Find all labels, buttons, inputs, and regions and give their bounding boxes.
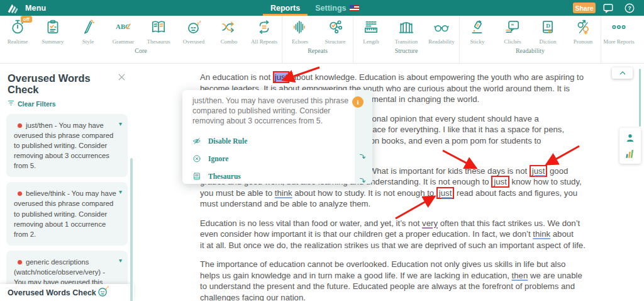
sidebar-footer[interactable]: Overused Words Check zz bbox=[0, 284, 134, 301]
svg-text:z: z bbox=[107, 285, 109, 288]
overused-word-mark[interactable]: very bbox=[422, 219, 438, 228]
toolbar-group: $Sticky”ClichésDDictionPronounReadabilit… bbox=[459, 16, 601, 63]
tab-settings[interactable]: Settings bbox=[308, 0, 366, 16]
document-area[interactable]: An education is not just about knowledge… bbox=[134, 64, 644, 301]
toolbar-item-diction[interactable]: DDiction bbox=[530, 16, 565, 45]
more-reports-icon bbox=[601, 19, 636, 38]
summary-icon bbox=[35, 19, 70, 38]
toolbar-item-style[interactable]: Style bbox=[70, 16, 106, 45]
red-dot-icon bbox=[18, 191, 22, 196]
toolbar-item-cliches[interactable]: ”Clichés bbox=[495, 16, 530, 45]
text-run: about how to study. It is not enough to bbox=[292, 188, 436, 198]
chevron-down-icon[interactable]: ▾ bbox=[119, 188, 122, 196]
us-flag-icon bbox=[350, 5, 359, 11]
eye-off-icon bbox=[192, 137, 201, 145]
overused-face-icon: zz bbox=[96, 285, 109, 300]
toolbar-group: EchoesStructureRepeats bbox=[282, 16, 353, 63]
side-icon-panel bbox=[619, 128, 641, 164]
chevron-down-icon[interactable]: ▾ bbox=[119, 120, 122, 128]
prowritingaid-logo[interactable] bbox=[6, 2, 20, 14]
disable-rule-button[interactable]: Disable Rule bbox=[192, 132, 351, 150]
issue-card-text: believe/think - You may have overused th… bbox=[14, 190, 116, 237]
overused-word-mark[interactable]: think bbox=[533, 229, 550, 239]
red-dot-icon bbox=[18, 123, 22, 128]
sidebar-title: Overused Words Check bbox=[8, 72, 117, 95]
diction-icon: D bbox=[530, 19, 565, 38]
user-icon[interactable] bbox=[619, 131, 641, 145]
toolbar-item-label: Echoes bbox=[282, 38, 318, 45]
text-run: Education is no less vital than food or … bbox=[200, 219, 422, 228]
help-icon[interactable]: ? bbox=[624, 3, 635, 13]
sidebar-scrollbar[interactable] bbox=[130, 158, 133, 301]
popup-text: just/then. You may have overused this ph… bbox=[192, 96, 351, 127]
share-button[interactable]: Share bbox=[573, 3, 596, 13]
overused-issue-card[interactable]: believe/think - You may have overused th… bbox=[6, 182, 128, 245]
overused-word-mark[interactable]: think bbox=[275, 188, 292, 198]
structure-icon bbox=[318, 19, 353, 38]
chat-icon[interactable] bbox=[602, 3, 614, 13]
top-bar: Menu ReportsSettings Share ? bbox=[0, 0, 644, 16]
toolbar-item-label: More Reports bbox=[601, 38, 636, 45]
menu-button[interactable]: Menu bbox=[25, 4, 46, 13]
toolbar-group: RealtimeoffSummaryStyleABCGrammarThesaur… bbox=[0, 16, 282, 63]
paragraph[interactable]: Education is no less vital than food or … bbox=[200, 218, 586, 251]
overused-issue-card[interactable]: just/then - You may have overused this p… bbox=[6, 114, 128, 177]
redo-arrow-icon[interactable] bbox=[359, 176, 368, 185]
toolbar-item-summary[interactable]: Summary bbox=[35, 16, 70, 45]
ignore-button[interactable]: Ignore bbox=[192, 150, 351, 168]
toolbar-item-label: Structure bbox=[318, 38, 353, 45]
close-icon[interactable] bbox=[117, 72, 126, 82]
toolbar-item-structure[interactable]: Structure bbox=[318, 16, 353, 45]
toolbar-item-pronoun[interactable]: Pronoun bbox=[565, 16, 601, 45]
toolbar-item-realtime[interactable]: Realtimeoff bbox=[0, 16, 35, 45]
all-repeats-icon bbox=[247, 19, 282, 38]
toolbar-item-label: Style bbox=[70, 38, 106, 45]
clear-filters-button[interactable]: Clear Filters bbox=[0, 96, 134, 114]
overused-word-mark[interactable]: just bbox=[491, 176, 509, 188]
toolbar-item-grammar[interactable]: ABCGrammar bbox=[106, 16, 141, 45]
thesaurus-button[interactable]: Thesaurus bbox=[192, 168, 351, 185]
toolbar-item-transition[interactable]: Transition bbox=[389, 16, 424, 45]
off-badge: off bbox=[21, 16, 32, 23]
toolbar-item-length[interactable]: Length bbox=[353, 16, 389, 45]
overused-word-mark[interactable]: just bbox=[530, 165, 548, 177]
overused-word-mark[interactable]: just bbox=[436, 187, 455, 199]
toolbar-group-label: Structure bbox=[353, 47, 459, 54]
overused-word-mark[interactable]: then bbox=[512, 271, 528, 280]
toolbar-item-readability[interactable]: Readability bbox=[424, 16, 459, 45]
popup-action-label: Disable Rule bbox=[208, 137, 247, 145]
overused-word-mark[interactable]: just bbox=[273, 71, 290, 83]
toolbar-item-overused[interactable]: zzOverused bbox=[176, 16, 211, 45]
chevron-down-icon[interactable]: ▾ bbox=[119, 256, 122, 265]
document-scrollbar[interactable] bbox=[639, 69, 641, 127]
tab-reports[interactable]: Reports bbox=[263, 0, 308, 16]
reports-toolbar: RealtimeoffSummaryStyleABCGrammarThesaur… bbox=[0, 16, 644, 64]
transition-icon bbox=[389, 19, 424, 38]
toolbar-item-sticky[interactable]: $Sticky bbox=[460, 16, 495, 45]
sticky-icon: $ bbox=[460, 19, 495, 38]
toolbar-item-label: Realtime bbox=[0, 38, 35, 45]
length-icon bbox=[353, 19, 389, 38]
redo-arrow-icon[interactable] bbox=[359, 152, 368, 161]
toolbar-item-all-repeats[interactable]: All Repeats bbox=[247, 16, 282, 45]
svg-text:z: z bbox=[199, 20, 201, 23]
toolbar-item-label: All Repeats bbox=[247, 38, 282, 45]
info-icon[interactable]: i bbox=[352, 96, 364, 108]
toolbar-item-more-reports[interactable]: More Reports bbox=[601, 16, 636, 45]
toolbar-item-label: Thesaurus bbox=[141, 38, 176, 45]
toolbar-item-label: Summary bbox=[35, 38, 70, 45]
scroll-to-top-button[interactable] bbox=[612, 67, 633, 79]
text-run: The importance of education cannot be ov… bbox=[200, 259, 565, 280]
toolbar-item-thesaurus[interactable]: Thesaurus bbox=[141, 16, 176, 45]
paragraph[interactable]: The importance of education cannot be ov… bbox=[200, 259, 586, 301]
red-dot-icon bbox=[18, 260, 22, 264]
svg-text:?: ? bbox=[628, 6, 631, 11]
toolbar-item-label: Sticky bbox=[460, 38, 495, 45]
toolbar-item-echoes[interactable]: Echoes bbox=[282, 16, 318, 45]
toolbar-group-label: Readability bbox=[460, 47, 601, 54]
toolbar-group: LengthTransitionReadabilityStructure bbox=[353, 16, 459, 63]
chart-icon[interactable] bbox=[619, 147, 641, 161]
popup-side-rail: i bbox=[355, 90, 372, 184]
echoes-icon bbox=[282, 19, 318, 38]
toolbar-item-combo[interactable]: Combo bbox=[211, 16, 247, 45]
